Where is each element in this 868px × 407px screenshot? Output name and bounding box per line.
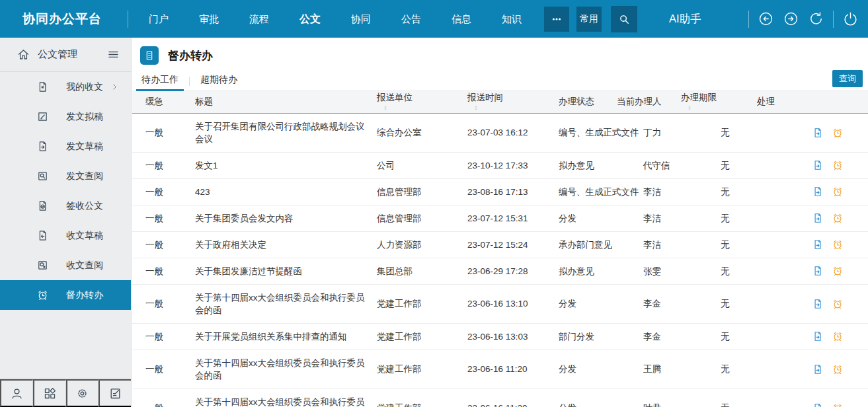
sidebar-item-我的收文[interactable]: 我的收文 xyxy=(0,72,131,102)
table-row: 一般关于第十四届xx大会组织委员会和执行委员会的函党建工作部23-06-16 1… xyxy=(132,284,868,323)
nav-item-公文[interactable]: 公文 xyxy=(284,0,336,38)
sidebar-item-签收公文[interactable]: 签收公文 xyxy=(0,191,131,221)
sidebar-item-发文查阅[interactable]: 发文查阅 xyxy=(0,161,131,191)
cell-time: 23-06-16 13:10 xyxy=(467,284,559,323)
cell-title[interactable]: 关于集团委员会发文内容 xyxy=(190,205,377,231)
compose-icon xyxy=(108,387,122,400)
nav-forward-button[interactable] xyxy=(783,11,799,27)
cell-title[interactable]: 发文1 xyxy=(190,152,377,178)
doc-send-icon xyxy=(36,140,49,153)
process-action-icon[interactable] xyxy=(812,239,824,250)
urge-action-icon[interactable] xyxy=(832,212,844,224)
nav-item-协同[interactable]: 协同 xyxy=(336,0,386,38)
cell-title[interactable]: 关于政府相关决定 xyxy=(190,231,377,258)
sidebar-item-收文草稿[interactable]: 收文草稿 xyxy=(0,221,131,250)
sidebar-item-收文查阅[interactable]: 收文查阅 xyxy=(0,250,131,280)
sidebar-item-label: 我的收文 xyxy=(66,81,103,93)
tab-待办工作[interactable]: 待办工作 xyxy=(140,71,180,91)
cell-handler: 李洁 xyxy=(617,231,681,258)
cell-title[interactable]: 关于召开集团有限公司行政部战略规划会议会议 xyxy=(190,113,377,152)
cell-actions xyxy=(757,323,868,350)
nav-item-审批[interactable]: 审批 xyxy=(184,0,234,38)
cell-urgency: 一般 xyxy=(132,284,190,323)
cell-status: 拟办意见 xyxy=(559,258,617,284)
urge-action-icon[interactable] xyxy=(832,298,844,310)
cell-title[interactable]: 关于第十四届xx大会组织委员会和执行委员会的函 xyxy=(190,350,377,388)
nav-back-button[interactable] xyxy=(758,11,774,27)
urge-action-icon[interactable] xyxy=(832,159,844,171)
favorites-label: 常用 xyxy=(580,13,598,25)
cell-actions xyxy=(757,152,868,178)
nav-item-公告[interactable]: 公告 xyxy=(386,0,436,38)
column-label: 标题 xyxy=(195,96,213,106)
sidebar-item-发文草稿[interactable]: 发文草稿 xyxy=(0,131,131,161)
column-header-报送时间[interactable]: 报送时间 xyxy=(467,91,559,113)
sidebar-item-督办转办[interactable]: 督办转办 xyxy=(0,280,131,310)
doc-return-icon xyxy=(36,229,49,242)
sidebar-footer xyxy=(0,379,131,407)
nav-item-流程[interactable]: 流程 xyxy=(234,0,284,38)
power-button[interactable] xyxy=(842,11,859,27)
process-action-icon[interactable] xyxy=(812,402,824,407)
cell-urgency: 一般 xyxy=(132,113,190,152)
cell-urgency: 一般 xyxy=(132,258,190,284)
cell-urgency: 一般 xyxy=(132,323,190,350)
cell-title[interactable]: 关于集团发廉洁过节提醒函 xyxy=(190,258,377,284)
nav-item-知识[interactable]: 知识 xyxy=(487,0,537,38)
process-action-icon[interactable] xyxy=(812,212,824,224)
sort-icon[interactable] xyxy=(473,104,479,112)
more-dots-icon xyxy=(549,12,564,26)
urge-action-icon[interactable] xyxy=(832,265,844,277)
settings-button[interactable] xyxy=(66,379,99,407)
process-action-icon[interactable] xyxy=(812,363,824,375)
cell-actions xyxy=(757,231,868,258)
cell-unit: 党建工作部 xyxy=(377,350,467,388)
compose-button[interactable] xyxy=(99,379,131,407)
sidebar-item-label: 发文拟稿 xyxy=(66,111,103,123)
doc-lines-icon xyxy=(143,49,156,62)
column-label: 当前办理人 xyxy=(617,96,662,106)
favorites-button[interactable]: 常用 xyxy=(576,7,602,32)
process-action-icon[interactable] xyxy=(812,298,824,310)
urge-action-icon[interactable] xyxy=(832,402,844,407)
search-button[interactable] xyxy=(611,6,637,32)
cell-title[interactable]: 关于第十四届xx大会组织委员会和执行委员会的函 xyxy=(190,388,377,407)
query-button[interactable]: 查询 xyxy=(832,70,863,87)
cell-time: 23-07-12 15:24 xyxy=(467,231,559,258)
urge-action-icon[interactable] xyxy=(832,186,844,198)
nav-item-门户[interactable]: 门户 xyxy=(134,0,184,38)
process-action-icon[interactable] xyxy=(812,265,824,277)
cell-time: 23-06-16 13:03 xyxy=(467,323,559,350)
refresh-button[interactable] xyxy=(808,11,824,27)
tab-超期待办[interactable]: 超期待办 xyxy=(199,71,239,91)
cell-deadline: 无 xyxy=(681,205,757,231)
doc-sign-icon xyxy=(36,200,49,212)
process-action-icon[interactable] xyxy=(812,127,824,139)
urge-action-icon[interactable] xyxy=(832,127,844,139)
sidebar-item-label: 签收公文 xyxy=(66,200,103,212)
nav-item-信息[interactable]: 信息 xyxy=(436,0,487,38)
cell-title[interactable]: 关于第十四届xx大会组织委员会和执行委员会的函 xyxy=(190,284,377,323)
sidebar-collapse-button[interactable] xyxy=(106,48,120,61)
user-icon xyxy=(10,387,24,400)
column-header-报送单位[interactable]: 报送单位 xyxy=(377,91,467,113)
column-header-标题: 标题 xyxy=(190,91,377,113)
sidebar-item-发文拟稿[interactable]: 发文拟稿 xyxy=(0,102,131,131)
urge-action-icon[interactable] xyxy=(832,363,844,375)
sort-icon[interactable] xyxy=(382,104,389,112)
cell-title[interactable]: 关于开展党员组织关系集中排查的通知 xyxy=(190,323,377,350)
ai-assistant-button[interactable]: AI助手 xyxy=(669,12,701,26)
urge-action-icon[interactable] xyxy=(832,239,844,250)
cell-title[interactable]: 423 xyxy=(190,178,377,205)
column-header-办理期限[interactable]: 办理期限 xyxy=(681,91,757,113)
more-button[interactable] xyxy=(544,7,569,32)
column-header-办理状态: 办理状态 xyxy=(559,91,617,113)
urge-action-icon[interactable] xyxy=(832,330,844,342)
process-action-icon[interactable] xyxy=(812,330,824,342)
process-action-icon[interactable] xyxy=(812,159,824,171)
sort-icon[interactable] xyxy=(686,104,693,112)
user-button[interactable] xyxy=(0,379,33,407)
apps-button[interactable] xyxy=(33,379,66,407)
process-action-icon[interactable] xyxy=(812,186,824,198)
main-header: 督办转办 xyxy=(132,38,868,65)
